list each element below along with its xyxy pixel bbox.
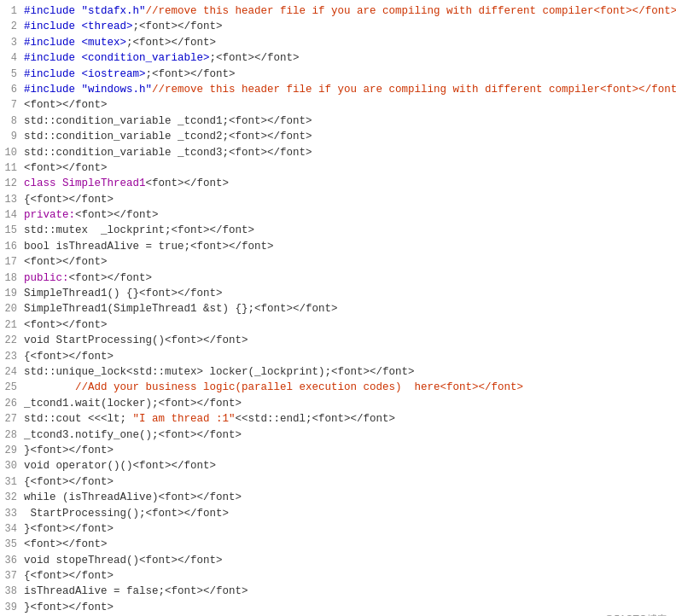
line-content: #include <mutex>;<font></font> [24, 35, 669, 50]
line-number: 1 [0, 4, 24, 19]
line-content: #include <thread>;<font></font> [24, 19, 669, 34]
code-line: 5#include <iostream>;<font></font> [0, 67, 676, 82]
line-content: //Add your business logic(parallel execu… [24, 380, 669, 395]
line-content: void StartProcessing()<font></font> [24, 333, 669, 348]
line-number: 18 [0, 271, 24, 286]
code-line: 8std::condition_variable _tcond1;<font><… [0, 113, 676, 129]
line-content: bool isThreadAlive = true;<font></font> [24, 239, 669, 254]
line-content: std::mutex _lockprint;<font></font> [24, 223, 669, 238]
code-line: 6#include "windows.h"//remove this heade… [0, 82, 676, 97]
line-number: 37 [0, 569, 24, 584]
line-number: 29 [0, 444, 24, 458]
code-line: 22void StartProcessing()<font></font> [0, 333, 676, 348]
line-content: private:<font></font> [24, 207, 669, 223]
code-line: 30void operator()()<font></font> [0, 458, 676, 474]
line-content: void stopeThread()<font></font> [24, 553, 669, 568]
line-number: 21 [0, 318, 24, 333]
line-content: {<font></font> [24, 349, 669, 364]
code-line: 28_tcond3.notify_one();<font></font> [0, 427, 676, 443]
code-line: 31{<font></font> [0, 474, 676, 490]
line-content: isThreadAlive = false;<font></font> [24, 584, 669, 599]
line-content: public:<font></font> [24, 270, 669, 286]
line-number: 22 [0, 334, 24, 348]
code-line: 2#include <thread>;<font></font> [0, 19, 676, 34]
line-content: #include <iostream>;<font></font> [24, 67, 669, 82]
code-line: 19SimpleThread1() {}<font></font> [0, 286, 676, 301]
line-number: 8 [0, 114, 24, 129]
line-number: 38 [0, 584, 24, 599]
line-number: 27 [0, 412, 24, 427]
code-container: 1#include "stdafx.h"//remove this header… [0, 0, 676, 616]
line-content: <font></font> [24, 537, 669, 552]
line-content: StartProcessing();<font></font> [24, 506, 669, 521]
code-line: 38isThreadAlive = false;<font></font> [0, 584, 676, 599]
line-number: 32 [0, 491, 24, 505]
code-line: 21<font></font> [0, 317, 676, 333]
line-content: #include <condition_variable>;<font></fo… [24, 50, 669, 66]
code-line: 14private:<font></font> [0, 207, 676, 223]
line-number: 33 [0, 507, 24, 521]
line-number: 2 [0, 20, 24, 34]
line-content: <font></font> [24, 254, 669, 270]
code-line: 10std::condition_variable _tcond3;<font>… [0, 145, 676, 160]
line-content: while (isThreadAlive)<font></font> [24, 490, 669, 505]
code-line: 12class SimpleThread1<font></font> [0, 176, 676, 191]
line-number: 39 [0, 601, 24, 615]
line-number: 23 [0, 350, 24, 364]
line-content: }<font></font> [24, 521, 669, 537]
line-number: 11 [0, 161, 24, 176]
line-number: 16 [0, 240, 24, 254]
code-line: 37{<font></font> [0, 568, 676, 584]
line-number: 17 [0, 255, 24, 270]
line-number: 25 [0, 381, 24, 395]
code-line: 3#include <mutex>;<font></font> [0, 35, 676, 50]
line-content: }<font></font> [24, 443, 669, 458]
code-line: 4#include <condition_variable>;<font></f… [0, 50, 676, 66]
line-content: std::condition_variable _tcond3;<font></… [24, 145, 669, 160]
code-line: 15std::mutex _lockprint;<font></font> [0, 223, 676, 238]
code-line: 33 StartProcessing();<font></font> [0, 506, 676, 521]
line-content: std::condition_variable _tcond2;<font></… [24, 129, 669, 144]
line-content: #include "stdafx.h"//remove this header … [24, 3, 676, 19]
code-line: 29}<font></font> [0, 443, 676, 458]
line-number: 36 [0, 554, 24, 568]
line-content: {<font></font> [24, 474, 669, 490]
line-content: SimpleThread1(SimpleThread1 &st) {};<fon… [24, 301, 669, 317]
line-number: 24 [0, 365, 24, 380]
watermark: @51CTO博客 [603, 613, 667, 616]
line-number: 14 [0, 208, 24, 223]
code-line: 23{<font></font> [0, 349, 676, 364]
code-line: 16bool isThreadAlive = true;<font></font… [0, 239, 676, 254]
line-number: 5 [0, 67, 24, 82]
code-line: 24std::unique_lock<std::mutex> locker(_l… [0, 364, 676, 380]
line-number: 15 [0, 224, 24, 238]
line-number: 31 [0, 475, 24, 490]
code-line: 20SimpleThread1(SimpleThread1 &st) {};<f… [0, 301, 676, 317]
line-number: 4 [0, 51, 24, 66]
code-line: 7<font></font> [0, 97, 676, 113]
line-number: 3 [0, 36, 24, 50]
line-content: {<font></font> [24, 192, 669, 207]
code-line: 27std::cout <<<lt; "I am thread :1"<<std… [0, 411, 676, 427]
line-number: 20 [0, 302, 24, 317]
line-content: _tcond1.wait(locker);<font></font> [24, 396, 669, 411]
line-content: std::condition_variable _tcond1;<font></… [24, 113, 669, 129]
line-number: 34 [0, 522, 24, 537]
line-content: std::cout <<<lt; "I am thread :1"<<std::… [24, 411, 669, 427]
line-content: #include "windows.h"//remove this header… [24, 82, 676, 97]
code-line: 9std::condition_variable _tcond2;<font><… [0, 129, 676, 144]
code-line: 34}<font></font> [0, 521, 676, 537]
code-line: 17<font></font> [0, 254, 676, 270]
code-line: 11<font></font> [0, 160, 676, 176]
line-number: 7 [0, 98, 24, 113]
line-content: _tcond3.notify_one();<font></font> [24, 427, 669, 443]
code-line: 13{<font></font> [0, 192, 676, 207]
code-line: 35<font></font> [0, 537, 676, 552]
line-number: 6 [0, 83, 24, 97]
line-content: }<font></font> [24, 600, 669, 615]
code-line: 26_tcond1.wait(locker);<font></font> [0, 396, 676, 411]
line-number: 10 [0, 146, 24, 160]
line-number: 30 [0, 459, 24, 474]
line-number: 9 [0, 130, 24, 144]
code-line: 32while (isThreadAlive)<font></font> [0, 490, 676, 505]
